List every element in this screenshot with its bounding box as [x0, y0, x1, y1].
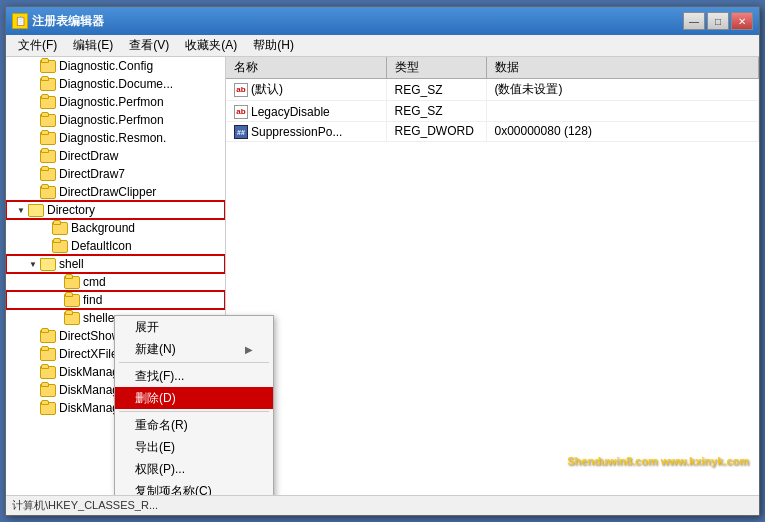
expand-icon[interactable] [38, 239, 52, 253]
expand-icon[interactable] [50, 311, 64, 325]
menu-bar: 文件(F) 编辑(E) 查看(V) 收藏夹(A) 帮助(H) [6, 35, 759, 57]
expand-icon[interactable] [26, 95, 40, 109]
tree-item-label: DirectDraw [59, 149, 118, 163]
expand-icon[interactable] [26, 77, 40, 91]
folder-icon [40, 114, 56, 127]
tree-item[interactable]: Diagnostic.Perfmon [6, 111, 225, 129]
context-menu-item[interactable]: 复制项名称(C) [115, 480, 273, 495]
context-menu-item-label: 删除(D) [135, 390, 176, 407]
folder-icon [40, 132, 56, 145]
reg-data: (数值未设置) [486, 79, 759, 101]
col-data: 数据 [486, 57, 759, 79]
reg-data [486, 101, 759, 122]
tree-item[interactable]: Diagnostic.Resmon. [6, 129, 225, 147]
context-menu-item[interactable]: 权限(P)... [115, 458, 273, 480]
app-icon: 📋 [12, 13, 28, 29]
tree-item-label: DefaultIcon [71, 239, 132, 253]
expand-icon[interactable] [26, 329, 40, 343]
menu-edit[interactable]: 编辑(E) [65, 35, 121, 56]
window-controls: — □ ✕ [683, 12, 753, 30]
context-menu-item[interactable]: 重命名(R) [115, 414, 273, 436]
tree-item-label: Diagnostic.Perfmon [59, 113, 164, 127]
expand-icon[interactable] [26, 365, 40, 379]
menu-help[interactable]: 帮助(H) [245, 35, 302, 56]
context-menu-item[interactable]: 删除(D) [115, 387, 273, 409]
tree-item-label: Diagnostic.Resmon. [59, 131, 166, 145]
col-name: 名称 [226, 57, 386, 79]
dword-icon: ## [234, 125, 248, 139]
folder-icon [28, 204, 44, 217]
title-bar: 📋 注册表编辑器 — □ ✕ [6, 7, 759, 35]
tree-item-label: DirectDraw7 [59, 167, 125, 181]
tree-item-label: Directory [47, 203, 95, 217]
tree-item[interactable]: DirectDrawClipper [6, 183, 225, 201]
tree-item-label: Diagnostic.Perfmon [59, 95, 164, 109]
folder-icon [40, 402, 56, 415]
tree-item[interactable]: Background [6, 219, 225, 237]
folder-icon [40, 96, 56, 109]
reg-name: ab LegacyDisable [226, 101, 386, 122]
context-menu-item[interactable]: 展开 [115, 316, 273, 338]
table-row[interactable]: ab LegacyDisableREG_SZ [226, 101, 759, 122]
context-menu-item[interactable]: 新建(N)▶ [115, 338, 273, 360]
menu-favorites[interactable]: 收藏夹(A) [177, 35, 245, 56]
folder-icon [40, 366, 56, 379]
tree-item[interactable]: DirectDraw [6, 147, 225, 165]
expand-icon[interactable] [26, 131, 40, 145]
context-menu-item[interactable]: 导出(E) [115, 436, 273, 458]
folder-icon [64, 294, 80, 307]
expand-icon[interactable] [50, 275, 64, 289]
tree-item[interactable]: ▼shell [6, 255, 225, 273]
minimize-button[interactable]: — [683, 12, 705, 30]
folder-icon [40, 168, 56, 181]
registry-values: 名称 类型 数据 ab (默认)REG_SZ(数值未设置)ab LegacyDi… [226, 57, 759, 495]
table-row[interactable]: ab (默认)REG_SZ(数值未设置) [226, 79, 759, 101]
expand-icon[interactable] [26, 149, 40, 163]
menu-file[interactable]: 文件(F) [10, 35, 65, 56]
tree-item-label: Diagnostic.Docume... [59, 77, 173, 91]
context-menu-item[interactable]: 查找(F)... [115, 365, 273, 387]
expand-icon[interactable] [50, 293, 64, 307]
folder-icon [40, 186, 56, 199]
context-menu-item-label: 复制项名称(C) [135, 483, 212, 496]
tree-item[interactable]: Diagnostic.Config [6, 57, 225, 75]
maximize-button[interactable]: □ [707, 12, 729, 30]
table-row[interactable]: ## SuppressionPo...REG_DWORD0x00000080 (… [226, 121, 759, 142]
tree-item[interactable]: cmd [6, 273, 225, 291]
context-menu-item-label: 新建(N) [135, 341, 176, 358]
folder-icon [40, 330, 56, 343]
expand-icon[interactable] [26, 347, 40, 361]
expand-icon[interactable] [26, 167, 40, 181]
expand-icon[interactable] [38, 221, 52, 235]
submenu-arrow-icon: ▶ [245, 344, 253, 355]
tree-item[interactable]: ▼Directory [6, 201, 225, 219]
tree-item[interactable]: DefaultIcon [6, 237, 225, 255]
status-bar: 计算机\HKEY_CLASSES_R... [6, 495, 759, 515]
folder-icon [64, 276, 80, 289]
reg-name: ab (默认) [226, 79, 386, 101]
expand-icon[interactable] [26, 113, 40, 127]
expand-icon[interactable] [26, 185, 40, 199]
expand-icon[interactable] [26, 383, 40, 397]
folder-icon [40, 258, 56, 271]
menu-view[interactable]: 查看(V) [121, 35, 177, 56]
reg-type: REG_DWORD [386, 121, 486, 142]
tree-item-label: Diagnostic.Config [59, 59, 153, 73]
expand-icon[interactable]: ▼ [14, 203, 28, 217]
expand-icon[interactable] [26, 401, 40, 415]
reg-data: 0x00000080 (128) [486, 121, 759, 142]
tree-item[interactable]: Diagnostic.Docume... [6, 75, 225, 93]
folder-icon [40, 150, 56, 163]
expand-icon[interactable]: ▼ [26, 257, 40, 271]
expand-icon[interactable] [26, 59, 40, 73]
folder-icon [40, 78, 56, 91]
main-content: Diagnostic.ConfigDiagnostic.Docume...Dia… [6, 57, 759, 495]
menu-separator [119, 362, 269, 363]
tree-item[interactable]: find [6, 291, 225, 309]
sz-icon: ab [234, 105, 248, 119]
context-menu-item-label: 权限(P)... [135, 461, 185, 478]
tree-item[interactable]: Diagnostic.Perfmon [6, 93, 225, 111]
status-text: 计算机\HKEY_CLASSES_R... [12, 498, 158, 513]
close-button[interactable]: ✕ [731, 12, 753, 30]
tree-item[interactable]: DirectDraw7 [6, 165, 225, 183]
